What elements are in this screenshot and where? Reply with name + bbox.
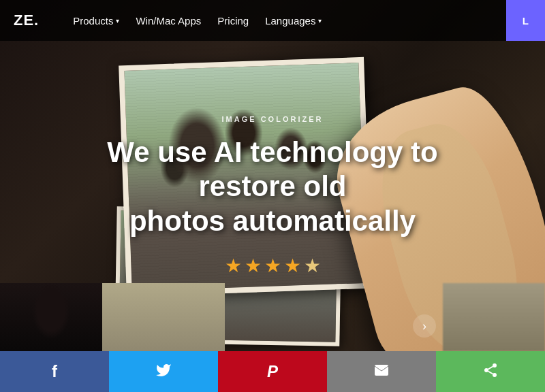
nav-item-winmac[interactable]: Win/Mac Apps [129, 11, 208, 31]
facebook-icon: f [52, 362, 57, 381]
pinterest-icon: P [267, 362, 278, 381]
svg-line-3 [488, 371, 493, 374]
nav-winmac-label: Win/Mac Apps [136, 15, 201, 27]
main-photo-image [124, 63, 366, 291]
twitter-icon [155, 362, 172, 382]
nav-pricing-label: Pricing [217, 15, 249, 27]
main-old-photo [119, 57, 372, 297]
share-twitter-button[interactable] [109, 351, 218, 392]
left-portrait-strip [0, 283, 102, 351]
share-email-button[interactable] [327, 351, 436, 392]
nav-products-label: Products [73, 15, 113, 27]
svg-point-1 [484, 368, 488, 372]
nav-languages-label: Languages [265, 15, 315, 27]
nav-item-languages[interactable]: Languages ▾ [258, 11, 328, 31]
right-bottom-photo [443, 283, 545, 351]
svg-line-4 [488, 366, 493, 369]
hero-section: › IMAGE COLORIZER We use AI technology t… [0, 0, 545, 392]
photos-collage: › [0, 41, 545, 351]
share-facebook-button[interactable]: f [0, 351, 109, 392]
products-chevron-icon: ▾ [116, 17, 119, 24]
share-green-button[interactable] [436, 351, 545, 392]
nav-item-products[interactable]: Products ▾ [66, 11, 126, 31]
next-arrow[interactable]: › [413, 314, 436, 338]
share-green-icon [482, 362, 499, 382]
share-bar: f P [0, 351, 545, 392]
logo[interactable]: ZE. [14, 12, 39, 29]
center-bottom-photo [102, 283, 225, 351]
navbar: ZE. Products ▾ Win/Mac Apps Pricing Lang… [0, 0, 545, 41]
left-portrait-image [0, 283, 102, 351]
share-pinterest-button[interactable]: P [218, 351, 327, 392]
login-button[interactable]: L [506, 0, 545, 41]
languages-chevron-icon: ▾ [318, 17, 322, 24]
nav-item-pricing[interactable]: Pricing [211, 11, 255, 31]
svg-point-2 [493, 373, 497, 377]
svg-point-0 [493, 363, 497, 368]
email-icon [373, 362, 390, 382]
nav-links: Products ▾ Win/Mac Apps Pricing Language… [66, 11, 531, 31]
